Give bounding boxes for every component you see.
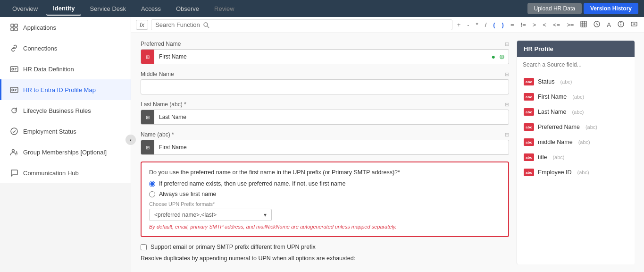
nav-overview[interactable]: Overview <box>6 2 44 15</box>
hr-field-type-status: (abc) <box>560 79 572 85</box>
search-function-input[interactable]: Search Function <box>151 19 452 30</box>
middle-name-input[interactable] <box>141 79 509 94</box>
toolbar-open-paren[interactable]: ( <box>491 20 497 29</box>
toolbar-slash[interactable]: / <box>483 20 489 29</box>
sidebar-item-hr-data-definition[interactable]: HR Data Definition <box>0 59 131 79</box>
upload-hr-data-button[interactable]: Upload HR Data <box>527 3 582 14</box>
sidebar-item-communication-hub[interactable]: Communication Hub <box>0 162 131 183</box>
toolbar-asterisk[interactable]: * <box>474 20 480 29</box>
search-function-text: Search Function <box>155 21 200 28</box>
hr-field-employee-id[interactable]: abc Employee ID (abc) <box>517 165 635 180</box>
top-navigation: Overview Identity Service Desk Access Ob… <box>0 0 644 17</box>
hr-field-name-title: title <box>538 154 547 161</box>
upn-prefix-dropdown[interactable]: <preferred name>.<last> ▾ <box>149 209 272 221</box>
hr-field-name-employee-id: Employee ID <box>538 169 572 176</box>
grid-icon <box>10 23 18 32</box>
main-layout: Applications Connections <box>0 17 644 272</box>
last-name-input[interactable]: ⊞ Last Name <box>141 110 509 125</box>
form-main: Preferred Name ⊞ ⊞ First Name ● ⊕ <box>141 41 509 264</box>
search-icon <box>203 22 209 28</box>
nav-review[interactable]: Review <box>208 2 241 15</box>
hr-field-middle-name[interactable]: abc middle Name (abc) <box>517 135 635 150</box>
preferred-name-field-group: Preferred Name ⊞ ⊞ First Name ● ⊕ <box>141 41 509 64</box>
last-name-token: ⊞ Last Name <box>141 110 191 124</box>
svg-point-9 <box>12 150 15 152</box>
hr-field-status[interactable]: abc Status (abc) <box>517 74 635 89</box>
toolbar-greater[interactable]: > <box>531 20 538 29</box>
sidebar-item-applications[interactable]: Applications <box>0 17 131 38</box>
radio-first-input[interactable] <box>149 191 155 197</box>
toolbar-less[interactable]: < <box>541 20 548 29</box>
toolbar-plus[interactable]: + <box>455 20 463 29</box>
name-input[interactable]: ⊞ First Name <box>141 140 509 155</box>
toolbar-text-a[interactable]: A <box>605 20 613 29</box>
chat-icon <box>10 169 18 177</box>
hr-field-name-last-name: Last Name <box>538 109 566 115</box>
hr-field-icon-title: abc <box>524 153 534 161</box>
svg-point-5 <box>12 68 14 70</box>
middle-name-field-group: Middle Name ⊞ <box>141 71 509 94</box>
version-history-button[interactable]: Version History <box>584 3 638 14</box>
preferred-name-token: ⊞ First Name <box>141 50 192 64</box>
hr-field-preferred-name[interactable]: abc Preferred Name (abc) <box>517 119 635 135</box>
radio-preferred-name[interactable]: If preferred name exists, then use prefe… <box>149 180 501 187</box>
sidebar-item-group-memberships[interactable]: Group Memberships [Optional] <box>0 142 131 162</box>
token-icon: ⊞ <box>146 54 150 60</box>
toolbar-greater-eq[interactable]: >= <box>565 20 576 29</box>
sidebar-item-hr-to-entra[interactable]: HR to Entra ID Profile Map <box>0 79 131 100</box>
upn-question-text: Do you use the preferred name or the fir… <box>149 169 501 176</box>
hr-field-icon-preferred-name: abc <box>524 123 534 131</box>
nav-observe[interactable]: Observe <box>169 2 206 15</box>
preferred-name-input[interactable]: ⊞ First Name ● ⊕ <box>141 49 509 64</box>
hr-field-type-middle-name: (abc) <box>578 139 590 145</box>
name-token-icon: ⊞ <box>146 145 150 150</box>
svg-point-20 <box>621 23 621 23</box>
hr-field-title[interactable]: abc title (abc) <box>517 150 635 165</box>
last-name-token-icon: ⊞ <box>146 115 150 120</box>
sidebar-item-connections[interactable]: Connections <box>0 38 131 59</box>
toolbar-clock[interactable] <box>592 20 602 30</box>
hr-field-first-name[interactable]: abc First Name (abc) <box>517 89 635 104</box>
grid-layout-icon: ⊞ <box>505 41 509 47</box>
radio-first-name[interactable]: Always use first name <box>149 191 501 197</box>
field-green-check[interactable]: ● <box>491 52 496 61</box>
toolbar-not-equals[interactable]: != <box>519 20 528 29</box>
toolbar-special[interactable] <box>629 20 639 30</box>
sidebar-collapse-button[interactable]: ‹ <box>125 135 136 145</box>
toolbar-close-paren[interactable]: ) <box>500 20 506 29</box>
nav-access[interactable]: Access <box>134 2 167 15</box>
middle-name-label: Middle Name ⊞ <box>141 71 509 77</box>
hr-search-input[interactable] <box>523 61 629 68</box>
hr-field-icon-employee-id: abc <box>524 169 534 176</box>
hr-field-last-name[interactable]: abc Last Name (abc) <box>517 104 635 119</box>
svg-rect-2 <box>11 28 14 31</box>
resolve-duplicates-text: Resolve duplicates by appending numeral … <box>141 255 509 262</box>
svg-line-11 <box>207 26 209 28</box>
sidebar-item-employment-status[interactable]: Employment Status <box>0 121 131 142</box>
sidebar-label-applications: Applications <box>23 24 56 31</box>
sidebar: Applications Connections <box>0 17 131 183</box>
radio-preferred-input[interactable] <box>149 181 155 187</box>
hr-search-area <box>517 57 635 72</box>
sidebar-item-lifecycle[interactable]: Lifecycle Business Rules <box>0 100 131 121</box>
hr-field-icon-last-name: abc <box>524 108 534 116</box>
upn-note-text: By default, email, primary SMTP address,… <box>149 224 501 230</box>
nav-service-desk[interactable]: Service Desk <box>83 2 133 15</box>
hr-field-name-preferred-name: Preferred Name <box>538 124 580 130</box>
nav-identity[interactable]: Identity <box>46 2 81 16</box>
field-green-copy[interactable]: ⊕ <box>498 52 506 61</box>
toolbar-equals[interactable]: = <box>509 20 516 29</box>
radio-first-label: Always use first name <box>159 191 217 197</box>
hr-field-icon-middle-name: abc <box>524 138 534 146</box>
last-name-label: Last Name (abc) * ⊞ <box>141 101 509 108</box>
hr-field-name-first-name: First Name <box>538 94 567 100</box>
toolbar-grid[interactable] <box>578 20 589 30</box>
toolbar-minus[interactable]: - <box>465 20 471 29</box>
support-email-checkbox[interactable] <box>141 244 147 250</box>
hr-field-name-middle-name: middle Name <box>538 139 573 145</box>
hr-field-name-status: Status <box>538 78 554 85</box>
toolbar-info[interactable] <box>616 20 626 30</box>
toolbar-less-eq[interactable]: <= <box>551 20 562 29</box>
main-content-area: fx Search Function + - * / ( ) = != > < … <box>131 17 644 272</box>
sidebar-label-connections: Connections <box>23 45 57 52</box>
